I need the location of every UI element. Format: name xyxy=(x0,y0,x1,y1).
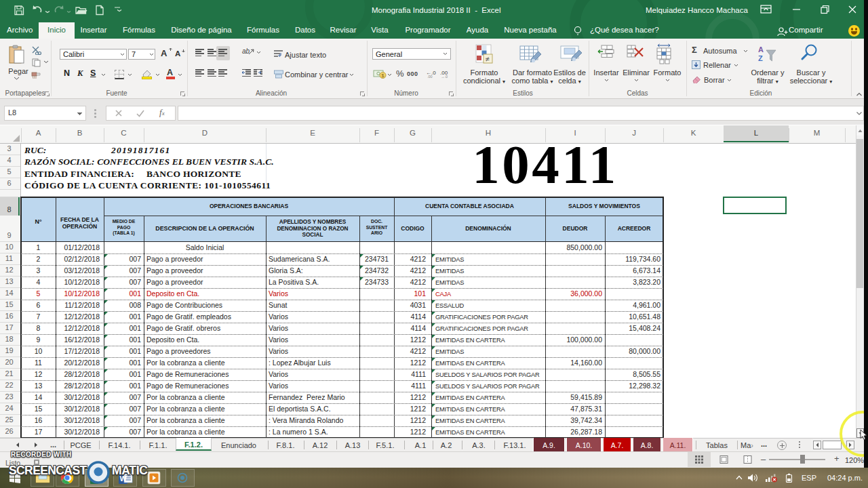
svg-text:→,0: →,0 xyxy=(441,75,448,79)
svg-text:A: A xyxy=(758,45,764,54)
svg-text:≠: ≠ xyxy=(486,55,490,63)
svg-text:$: $ xyxy=(382,73,384,78)
svg-text:Z: Z xyxy=(758,54,763,62)
svg-text:,00: ,00 xyxy=(427,75,433,79)
